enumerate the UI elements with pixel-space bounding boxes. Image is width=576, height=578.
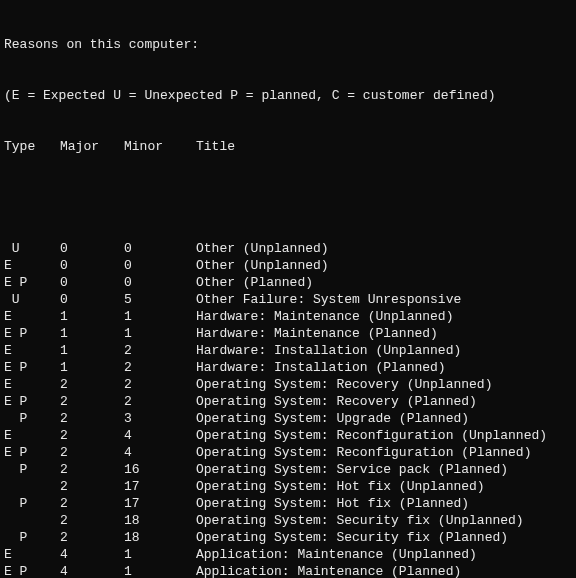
cell-major: 4 [60, 546, 124, 563]
cell-title: Hardware: Maintenance (Planned) [196, 325, 438, 342]
cell-title: Hardware: Maintenance (Unplanned) [196, 308, 453, 325]
table-row: E22Operating System: Recovery (Unplanned… [4, 376, 572, 393]
table-row: E24Operating System: Reconfiguration (Un… [4, 427, 572, 444]
cell-minor: 1 [124, 546, 196, 563]
cell-type: E [4, 308, 60, 325]
cell-title: Operating System: Hot fix (Unplanned) [196, 478, 485, 495]
cell-major: 0 [60, 274, 124, 291]
cell-type: E P [4, 359, 60, 376]
cell-type: P [4, 410, 60, 427]
table-row: E P22Operating System: Recovery (Planned… [4, 393, 572, 410]
cell-title: Other (Planned) [196, 274, 313, 291]
table-row: U05Other Failure: System Unresponsive [4, 291, 572, 308]
cell-minor: 0 [124, 240, 196, 257]
cell-type: E P [4, 274, 60, 291]
cell-type: P [4, 461, 60, 478]
cell-minor: 2 [124, 376, 196, 393]
cell-major: 0 [60, 291, 124, 308]
cell-title: Application: Maintenance (Unplanned) [196, 546, 477, 563]
table-row: E P41Application: Maintenance (Planned) [4, 563, 572, 578]
cell-type: E P [4, 444, 60, 461]
cell-minor: 4 [124, 427, 196, 444]
table-row: 218Operating System: Security fix (Unpla… [4, 512, 572, 529]
table-row: E P00Other (Planned) [4, 274, 572, 291]
cell-title: Operating System: Recovery (Planned) [196, 393, 477, 410]
table-row: P218Operating System: Security fix (Plan… [4, 529, 572, 546]
cell-title: Operating System: Recovery (Unplanned) [196, 376, 492, 393]
table-row: E P12Hardware: Installation (Planned) [4, 359, 572, 376]
cell-major: 0 [60, 257, 124, 274]
cell-title: Hardware: Installation (Planned) [196, 359, 446, 376]
cell-title: Operating System: Service pack (Planned) [196, 461, 508, 478]
cell-title: Operating System: Security fix (Planned) [196, 529, 508, 546]
table-row: E P24Operating System: Reconfiguration (… [4, 444, 572, 461]
cell-type: P [4, 529, 60, 546]
col-type: Type [4, 138, 60, 155]
cell-minor: 0 [124, 257, 196, 274]
cell-type: E [4, 546, 60, 563]
cell-minor: 2 [124, 393, 196, 410]
cell-title: Operating System: Hot fix (Planned) [196, 495, 469, 512]
header-line-1: Reasons on this computer: [4, 36, 572, 53]
cell-type: E P [4, 325, 60, 342]
table-row: P23Operating System: Upgrade (Planned) [4, 410, 572, 427]
cell-major: 2 [60, 478, 124, 495]
col-minor: Minor [124, 138, 196, 155]
cell-type: E P [4, 393, 60, 410]
cell-major: 2 [60, 495, 124, 512]
cell-major: 2 [60, 529, 124, 546]
cell-minor: 17 [124, 495, 196, 512]
cell-major: 1 [60, 308, 124, 325]
cell-major: 1 [60, 325, 124, 342]
cell-minor: 16 [124, 461, 196, 478]
cell-minor: 0 [124, 274, 196, 291]
table-row: P216Operating System: Service pack (Plan… [4, 461, 572, 478]
reason-rows: U00Other (Unplanned)E00Other (Unplanned)… [4, 240, 572, 578]
cell-major: 4 [60, 563, 124, 578]
cell-minor: 4 [124, 444, 196, 461]
cell-major: 2 [60, 444, 124, 461]
cell-minor: 18 [124, 512, 196, 529]
cell-type: E [4, 376, 60, 393]
cell-major: 0 [60, 240, 124, 257]
cell-minor: 1 [124, 563, 196, 578]
cell-minor: 17 [124, 478, 196, 495]
cell-major: 2 [60, 410, 124, 427]
table-row: E P11Hardware: Maintenance (Planned) [4, 325, 572, 342]
cell-title: Operating System: Upgrade (Planned) [196, 410, 469, 427]
cell-type: U [4, 291, 60, 308]
table-row: E12Hardware: Installation (Unplanned) [4, 342, 572, 359]
cell-minor: 1 [124, 325, 196, 342]
table-row: E11Hardware: Maintenance (Unplanned) [4, 308, 572, 325]
cell-title: Other (Unplanned) [196, 240, 329, 257]
table-row: U00Other (Unplanned) [4, 240, 572, 257]
cell-type: E [4, 427, 60, 444]
cell-major: 2 [60, 512, 124, 529]
cell-major: 1 [60, 359, 124, 376]
cell-title: Operating System: Reconfiguration (Plann… [196, 444, 531, 461]
cell-minor: 5 [124, 291, 196, 308]
table-row: E41Application: Maintenance (Unplanned) [4, 546, 572, 563]
cell-title: Other Failure: System Unresponsive [196, 291, 461, 308]
table-row: P217Operating System: Hot fix (Planned) [4, 495, 572, 512]
cell-minor: 2 [124, 342, 196, 359]
cell-minor: 3 [124, 410, 196, 427]
cell-type: E P [4, 563, 60, 578]
column-headers: TypeMajorMinorTitle [4, 138, 572, 155]
col-major: Major [60, 138, 124, 155]
cell-minor: 18 [124, 529, 196, 546]
cell-type: U [4, 240, 60, 257]
cell-type: E [4, 257, 60, 274]
cell-title: Operating System: Security fix (Unplanne… [196, 512, 524, 529]
blank-line [4, 189, 572, 206]
table-row: 217Operating System: Hot fix (Unplanned) [4, 478, 572, 495]
cell-major: 2 [60, 427, 124, 444]
cell-minor: 2 [124, 359, 196, 376]
cell-title: Operating System: Reconfiguration (Unpla… [196, 427, 547, 444]
cell-title: Application: Maintenance (Planned) [196, 563, 461, 578]
terminal-output: Reasons on this computer: (E = Expected … [0, 0, 576, 578]
header-line-2: (E = Expected U = Unexpected P = planned… [4, 87, 572, 104]
cell-title: Other (Unplanned) [196, 257, 329, 274]
cell-type: P [4, 495, 60, 512]
table-row: E00Other (Unplanned) [4, 257, 572, 274]
